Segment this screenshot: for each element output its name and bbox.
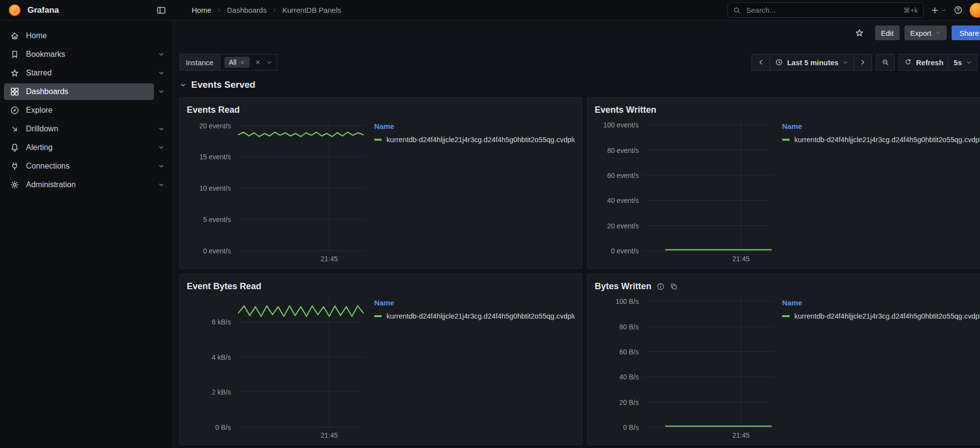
sidebar-item-main[interactable]: Bookmarks bbox=[4, 46, 154, 63]
panel-link-icon[interactable] bbox=[670, 282, 678, 291]
grafana-logo[interactable] bbox=[8, 3, 22, 17]
chevron-down-icon[interactable] bbox=[158, 88, 165, 95]
sidebar-item-main[interactable]: Home bbox=[4, 27, 165, 44]
filter-clear-icon[interactable] bbox=[254, 59, 261, 66]
x-axis-tick: 21:45 bbox=[732, 255, 750, 263]
search-box[interactable]: ⌘+k bbox=[728, 2, 924, 18]
edit-button[interactable]: Edit bbox=[875, 25, 900, 40]
sidebar-item-drilldown[interactable]: Drilldown bbox=[0, 120, 173, 138]
y-axis-tick: 40 event/s bbox=[607, 197, 639, 204]
sidebar-item-main[interactable]: Explore bbox=[4, 102, 165, 119]
sidebar-item-main[interactable]: Drilldown bbox=[4, 121, 154, 137]
panel-header[interactable]: Events Read bbox=[187, 102, 575, 117]
series-name: kurrentdb-d24f4hljjcle21j4r3cg.d24f4h5g0… bbox=[386, 312, 575, 320]
sidebar-item-main[interactable]: Starred bbox=[4, 65, 154, 81]
chart-plot[interactable] bbox=[644, 294, 773, 428]
chart-plot[interactable] bbox=[236, 117, 365, 252]
chevron-down-icon bbox=[842, 59, 849, 66]
legend-item[interactable]: kurrentdb-d24f4hljjcle21j4r3cg.d24f4h5g0… bbox=[782, 312, 980, 320]
refresh-interval-button[interactable]: 5s bbox=[948, 54, 978, 71]
sidebar-item-explore[interactable]: Explore bbox=[0, 101, 173, 120]
section-events-served[interactable]: Events Served bbox=[179, 78, 980, 91]
breadcrumb: Home Dashboards KurrentDB Panels bbox=[173, 6, 341, 14]
chart-area: 6 kB/s4 kB/s2 kB/s0 B/s21:45 bbox=[187, 294, 365, 440]
bell-icon bbox=[10, 143, 20, 152]
legend-item[interactable]: kurrentdb-d24f4hljjcle21j4r3cg.d24f4h5g0… bbox=[782, 136, 980, 144]
chevron-down-icon[interactable] bbox=[158, 144, 165, 151]
help-icon[interactable] bbox=[954, 5, 963, 15]
sidebar-item-dashboards[interactable]: Dashboards bbox=[0, 82, 173, 101]
panel-header[interactable]: Event Bytes Read bbox=[187, 279, 575, 294]
export-button[interactable]: Export bbox=[905, 25, 947, 40]
search-input[interactable] bbox=[745, 5, 904, 15]
panel-title: Events Written bbox=[595, 105, 656, 115]
time-range-button[interactable]: Last 5 minutes bbox=[770, 54, 854, 71]
chart-plot[interactable] bbox=[236, 294, 365, 428]
filter-value-chip[interactable]: All bbox=[225, 57, 250, 68]
chart-plot[interactable] bbox=[644, 117, 773, 252]
legend-item[interactable]: kurrentdb-d24f4hljjcle21j4r3cg.d24f4h5g0… bbox=[374, 136, 575, 144]
sidebar-item-administration[interactable]: Administration bbox=[0, 175, 173, 194]
time-back-button[interactable] bbox=[752, 54, 770, 71]
y-axis-tick: 60 B/s bbox=[619, 348, 639, 356]
share-button[interactable]: Share bbox=[952, 25, 980, 40]
sidebar-item-alerting[interactable]: Alerting bbox=[0, 138, 173, 157]
panel-title: Event Bytes Read bbox=[187, 281, 261, 292]
panel-header[interactable]: Bytes Written bbox=[595, 279, 980, 294]
chevron-down-icon[interactable] bbox=[158, 181, 165, 188]
info-icon[interactable] bbox=[656, 282, 665, 291]
chevron-right-icon bbox=[859, 58, 867, 66]
zoom-out-button[interactable] bbox=[876, 54, 895, 71]
brand-title: Grafana bbox=[27, 5, 59, 15]
sidebar-item-main[interactable]: Dashboards bbox=[4, 83, 154, 100]
y-axis-tick: 0 B/s bbox=[215, 423, 231, 431]
y-axis: 100 event/s80 event/s60 event/s40 event/… bbox=[595, 117, 644, 252]
add-button[interactable] bbox=[930, 6, 947, 15]
chevron-down-icon[interactable] bbox=[266, 59, 273, 66]
gear-icon bbox=[10, 180, 20, 190]
avatar[interactable] bbox=[970, 3, 980, 18]
search-shortcut: ⌘+k bbox=[904, 6, 918, 14]
legend-header[interactable]: Name bbox=[374, 122, 575, 130]
time-forward-button[interactable] bbox=[854, 54, 872, 71]
chevron-down-icon[interactable] bbox=[158, 51, 165, 58]
legend-header[interactable]: Name bbox=[782, 122, 980, 130]
legend-item[interactable]: kurrentdb-d24f4hljjcle21j4r3cg.d24f4h5g0… bbox=[374, 312, 575, 320]
star-button[interactable] bbox=[854, 28, 864, 38]
chevron-down-icon bbox=[935, 30, 941, 36]
dashboards-icon bbox=[10, 87, 20, 97]
breadcrumb-current: KurrentDB Panels bbox=[282, 6, 341, 14]
refresh-button[interactable]: Refresh bbox=[899, 54, 949, 71]
panel-body: 100 B/s80 B/s60 B/s40 B/s20 B/s0 B/s21:4… bbox=[595, 294, 980, 440]
time-controls: Last 5 minutes Refresh 5 bbox=[752, 54, 980, 71]
sidebar-item-home[interactable]: Home bbox=[0, 26, 173, 45]
breadcrumb-dashboards[interactable]: Dashboards bbox=[227, 6, 267, 14]
sidebar-toggle-icon[interactable] bbox=[156, 5, 166, 15]
chart-area: 20 event/s15 event/s10 event/s5 event/s0… bbox=[187, 117, 365, 263]
y-axis-tick: 5 event/s bbox=[203, 216, 231, 224]
y-axis-tick: 20 event/s bbox=[199, 122, 231, 130]
close-icon[interactable] bbox=[240, 60, 245, 65]
y-axis-tick: 100 event/s bbox=[603, 121, 639, 129]
sidebar-item-main[interactable]: Connections bbox=[4, 158, 154, 174]
y-axis-tick: 6 kB/s bbox=[212, 318, 231, 326]
sidebar-item-connections[interactable]: Connections bbox=[0, 157, 173, 175]
y-axis-tick: 80 event/s bbox=[607, 147, 639, 154]
x-axis-tick: 21:45 bbox=[321, 255, 338, 263]
sidebar-item-starred[interactable]: Starred bbox=[0, 64, 173, 82]
chevron-down-icon[interactable] bbox=[158, 70, 165, 76]
sidebar-item-main[interactable]: Alerting bbox=[4, 139, 154, 156]
y-axis-tick: 0 B/s bbox=[623, 423, 639, 431]
chevron-down-icon[interactable] bbox=[158, 163, 165, 170]
sidebar-item-bookmarks[interactable]: Bookmarks bbox=[0, 45, 173, 64]
sidebar-item-main[interactable]: Administration bbox=[4, 176, 154, 193]
series-color-mark bbox=[374, 139, 382, 141]
panel-header[interactable]: Events Written bbox=[595, 102, 980, 117]
sidebar: HomeBookmarksStarredDashboardsExploreDri… bbox=[0, 21, 173, 448]
chevron-down-icon[interactable] bbox=[158, 125, 165, 132]
panel-bytes-written: Bytes Written100 B/s80 B/s60 B/s40 B/s20… bbox=[587, 274, 980, 445]
legend-header[interactable]: Name bbox=[374, 299, 575, 307]
legend-header[interactable]: Name bbox=[782, 299, 980, 307]
breadcrumb-home[interactable]: Home bbox=[192, 6, 211, 14]
sidebar-item-label: Home bbox=[26, 31, 47, 40]
